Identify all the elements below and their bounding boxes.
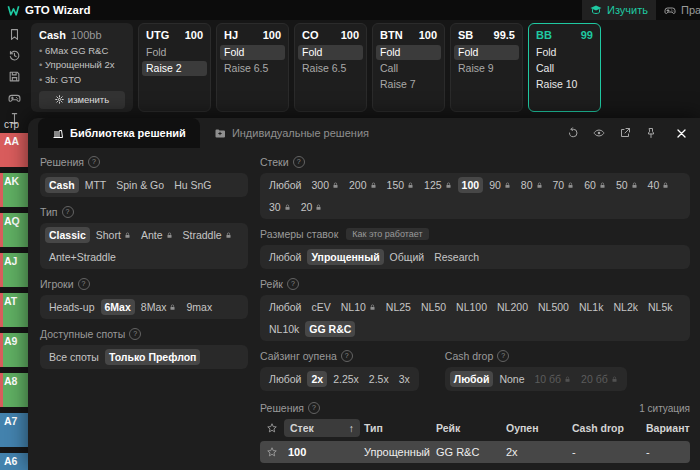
nav-item-практика[interactable]: Практика [656,0,700,20]
gamepad-button[interactable] [8,91,21,104]
help-icon[interactable] [497,350,509,362]
column-header-оупен[interactable]: Оупен [502,420,568,436]
chip-10-бб[interactable]: 10 бб [530,371,575,387]
chip-classic[interactable]: Classic [45,227,90,243]
chip-20-бб[interactable]: 20 бб [577,371,622,387]
action-fold[interactable]: Fold [298,45,363,60]
action-fold[interactable]: Fold [454,45,519,60]
chip-любой[interactable]: Любой [450,371,494,387]
chip-nl10[interactable]: NL10 [337,299,380,315]
matrix-cell-a8[interactable]: A8 [0,373,28,407]
close-button[interactable] [675,127,688,140]
chip-nl100[interactable]: NL100 [452,299,491,315]
chip-2-5x[interactable]: 2.5x [365,371,393,387]
help-icon[interactable] [129,328,141,340]
chip-упрощенный[interactable]: Упрощенный [307,249,383,265]
action-fold[interactable]: Fold [532,45,597,60]
action-call[interactable]: Call [376,61,441,76]
matrix-cell-aj[interactable]: AJ [0,253,28,287]
help-icon[interactable] [287,278,299,290]
action-raise-10[interactable]: Raise 10 [532,77,597,92]
chip-cev[interactable]: cEV [307,299,334,315]
chip-150[interactable]: 150 [383,177,419,193]
chip-short[interactable]: Short [92,227,135,243]
matrix-cell-a7[interactable]: A7 [0,413,28,447]
matrix-cell-aq[interactable]: AQ [0,213,28,247]
chip-только-префлоп[interactable]: Только Префлоп [105,349,201,365]
chip-общий[interactable]: Общий [386,249,429,265]
history-button[interactable] [8,49,21,62]
chip-heads-up[interactable]: Heads-up [45,299,99,315]
position-card-bb[interactable]: BB99FoldCallRaise 10 [528,23,601,112]
chip-straddle[interactable]: Straddle [179,227,236,243]
edit-settings-button[interactable]: изменить [39,91,125,109]
chip-9max[interactable]: 9max [182,299,216,315]
chip-30[interactable]: 30 [265,199,295,215]
position-card-utg[interactable]: UTG100FoldRaise 2 [138,23,211,112]
action-raise-2[interactable]: Raise 2 [142,61,207,76]
action-fold[interactable]: Fold [376,45,441,60]
position-card-co[interactable]: CO100FoldRaise 6.5 [294,23,367,112]
external-link-button[interactable] [619,127,631,139]
chip-3x[interactable]: 3x [395,371,414,387]
chip-nl10k[interactable]: NL10k [265,321,303,337]
matrix-cell-a6[interactable]: A6 [0,453,28,470]
chip-все-споты[interactable]: Все споты [45,349,103,365]
chip-none[interactable]: None [495,371,528,387]
chip-2-25x[interactable]: 2.25x [329,371,363,387]
chip-spin-go[interactable]: Spin & Go [112,177,168,193]
chip-100[interactable]: 100 [458,177,484,193]
chip-nl500[interactable]: NL500 [534,299,573,315]
help-icon[interactable] [88,156,100,168]
tab-библиотека-решений[interactable]: Библиотека решений [38,118,200,148]
action-fold[interactable]: Fold [142,45,207,60]
help-icon[interactable] [78,278,90,290]
chip-любой[interactable]: Любой [265,249,305,265]
chip-80[interactable]: 80 [517,177,547,193]
help-icon[interactable] [293,156,305,168]
action-raise-7[interactable]: Raise 7 [376,77,441,92]
how-it-works-button[interactable]: Как это работает [346,228,428,240]
chip-300[interactable]: 300 [307,177,343,193]
chip-hu-sng[interactable]: Hu SnG [170,177,215,193]
chip-любой[interactable]: Любой [265,177,305,193]
chip-40[interactable]: 40 [644,177,674,193]
help-icon[interactable] [62,206,74,218]
matrix-cell-at[interactable]: AT [0,293,28,327]
chip-любой[interactable]: Любой [265,299,305,315]
reset-button[interactable] [567,127,579,139]
save-button[interactable] [8,70,21,83]
chip-gg-r-c[interactable]: GG R&C [305,321,355,337]
column-header-cash-drop[interactable]: Cash drop [568,420,642,436]
chip-nl2k[interactable]: NL2k [609,299,642,315]
chip-ante-straddle[interactable]: Ante+Straddle [45,249,120,265]
tab-индивидуальные-решения[interactable]: Индивидуальные решения [200,118,383,148]
chip-50[interactable]: 50 [612,177,642,193]
chip-200[interactable]: 200 [345,177,381,193]
chip-20[interactable]: 20 [297,199,327,215]
chip-60[interactable]: 60 [580,177,610,193]
chip-6max[interactable]: 6Max [101,299,135,315]
solution-row[interactable]: 100УпрощенныйGG R&C2x-- [260,441,690,463]
action-raise-6-5[interactable]: Raise 6.5 [220,61,285,76]
action-raise-9[interactable]: Raise 9 [454,61,519,76]
position-card-btn[interactable]: BTN100FoldCallRaise 7 [372,23,445,112]
action-raise-6-5[interactable]: Raise 6.5 [298,61,363,76]
matrix-cell-ak[interactable]: AK [0,173,28,207]
chip-mtt[interactable]: MTT [81,177,111,193]
position-card-sb[interactable]: SB99.5FoldRaise 9 [450,23,523,112]
favorite-column-header[interactable] [260,422,284,434]
chip-research[interactable]: Research [430,249,483,265]
chip-nl25[interactable]: NL25 [382,299,415,315]
chip-2x[interactable]: 2x [307,371,327,387]
bookmark-button[interactable] [8,28,21,41]
column-header-стек[interactable]: Стек [284,419,360,437]
brand[interactable]: GTO Wizard [7,0,91,20]
favorite-button[interactable] [260,446,284,458]
column-header-тип[interactable]: Тип [360,420,432,436]
chip-70[interactable]: 70 [549,177,579,193]
chip-nl50[interactable]: NL50 [417,299,450,315]
chip-nl200[interactable]: NL200 [493,299,532,315]
chip-90[interactable]: 90 [485,177,515,193]
chip-ante[interactable]: Ante [137,227,177,243]
